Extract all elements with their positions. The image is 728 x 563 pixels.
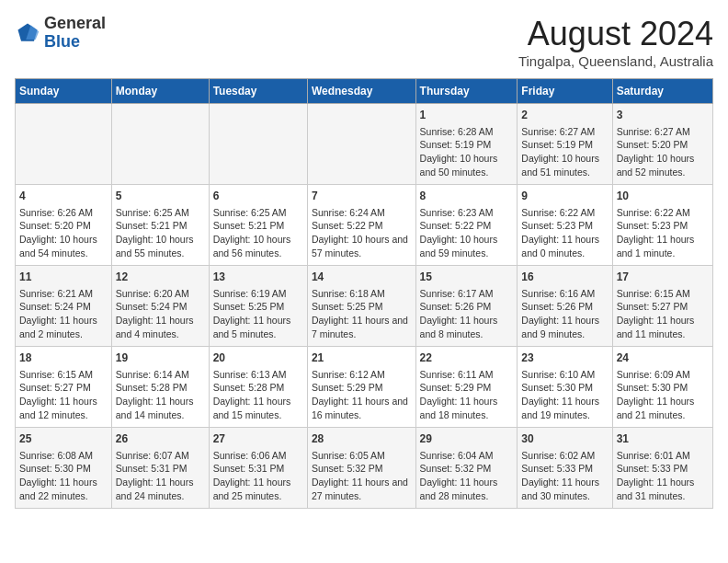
calendar-cell: 19Sunrise: 6:14 AM Sunset: 5:28 PM Dayli… xyxy=(111,347,209,428)
calendar-cell: 21Sunrise: 6:12 AM Sunset: 5:29 PM Dayli… xyxy=(307,347,415,428)
calendar-cell: 20Sunrise: 6:13 AM Sunset: 5:28 PM Dayli… xyxy=(209,347,307,428)
calendar-cell: 31Sunrise: 6:01 AM Sunset: 5:33 PM Dayli… xyxy=(612,428,712,509)
day-info: Sunrise: 6:27 AM Sunset: 5:20 PM Dayligh… xyxy=(617,125,709,179)
calendar-cell: 2Sunrise: 6:27 AM Sunset: 5:19 PM Daylig… xyxy=(518,104,612,185)
calendar-cell: 17Sunrise: 6:15 AM Sunset: 5:27 PM Dayli… xyxy=(612,266,712,347)
day-number: 5 xyxy=(116,189,205,204)
day-info: Sunrise: 6:13 AM Sunset: 5:28 PM Dayligh… xyxy=(213,368,303,422)
logo-blue-text: Blue xyxy=(44,32,80,51)
calendar-cell: 29Sunrise: 6:04 AM Sunset: 5:32 PM Dayli… xyxy=(415,428,518,509)
day-info: Sunrise: 6:09 AM Sunset: 5:30 PM Dayligh… xyxy=(617,368,709,422)
day-number: 12 xyxy=(116,270,205,285)
day-number: 16 xyxy=(521,270,608,285)
calendar-cell: 9Sunrise: 6:22 AM Sunset: 5:23 PM Daylig… xyxy=(518,185,612,266)
title-block: August 2024 Tingalpa, Queensland, Austra… xyxy=(518,15,713,69)
day-number: 9 xyxy=(521,189,608,204)
calendar-cell: 22Sunrise: 6:11 AM Sunset: 5:29 PM Dayli… xyxy=(415,347,518,428)
day-number: 7 xyxy=(312,189,412,204)
calendar-cell xyxy=(111,104,209,185)
calendar-cell: 24Sunrise: 6:09 AM Sunset: 5:30 PM Dayli… xyxy=(612,347,712,428)
calendar-cell: 13Sunrise: 6:19 AM Sunset: 5:25 PM Dayli… xyxy=(209,266,307,347)
calendar-row: 25Sunrise: 6:08 AM Sunset: 5:30 PM Dayli… xyxy=(16,428,713,509)
header-row: SundayMondayTuesdayWednesdayThursdayFrid… xyxy=(16,79,713,104)
day-info: Sunrise: 6:28 AM Sunset: 5:19 PM Dayligh… xyxy=(420,125,514,179)
calendar-cell: 4Sunrise: 6:26 AM Sunset: 5:20 PM Daylig… xyxy=(16,185,112,266)
day-info: Sunrise: 6:21 AM Sunset: 5:24 PM Dayligh… xyxy=(19,287,108,341)
day-info: Sunrise: 6:06 AM Sunset: 5:31 PM Dayligh… xyxy=(213,449,303,503)
day-info: Sunrise: 6:15 AM Sunset: 5:27 PM Dayligh… xyxy=(617,287,709,341)
day-number: 30 xyxy=(521,431,608,447)
day-info: Sunrise: 6:15 AM Sunset: 5:27 PM Dayligh… xyxy=(19,368,108,422)
day-number: 11 xyxy=(19,270,108,285)
weekday-header: Tuesday xyxy=(209,79,307,104)
day-number: 1 xyxy=(420,108,514,123)
day-number: 20 xyxy=(213,350,303,366)
calendar-cell: 1Sunrise: 6:28 AM Sunset: 5:19 PM Daylig… xyxy=(415,104,518,185)
day-info: Sunrise: 6:24 AM Sunset: 5:22 PM Dayligh… xyxy=(312,206,412,260)
day-info: Sunrise: 6:12 AM Sunset: 5:29 PM Dayligh… xyxy=(312,368,412,422)
day-info: Sunrise: 6:08 AM Sunset: 5:30 PM Dayligh… xyxy=(19,449,108,503)
calendar-cell: 27Sunrise: 6:06 AM Sunset: 5:31 PM Dayli… xyxy=(209,428,307,509)
weekday-header: Monday xyxy=(111,79,209,104)
calendar-cell: 12Sunrise: 6:20 AM Sunset: 5:24 PM Dayli… xyxy=(111,266,209,347)
weekday-header: Friday xyxy=(518,79,612,104)
calendar-row: 4Sunrise: 6:26 AM Sunset: 5:20 PM Daylig… xyxy=(16,185,713,266)
day-info: Sunrise: 6:18 AM Sunset: 5:25 PM Dayligh… xyxy=(312,287,412,341)
day-info: Sunrise: 6:10 AM Sunset: 5:30 PM Dayligh… xyxy=(521,368,608,422)
day-info: Sunrise: 6:14 AM Sunset: 5:28 PM Dayligh… xyxy=(116,368,205,422)
day-info: Sunrise: 6:01 AM Sunset: 5:33 PM Dayligh… xyxy=(617,449,709,503)
day-number: 27 xyxy=(213,431,303,447)
page-header: General Blue August 2024 Tingalpa, Queen… xyxy=(15,15,713,69)
calendar-cell: 16Sunrise: 6:16 AM Sunset: 5:26 PM Dayli… xyxy=(518,266,612,347)
day-info: Sunrise: 6:17 AM Sunset: 5:26 PM Dayligh… xyxy=(420,287,514,341)
day-number: 2 xyxy=(521,108,608,123)
day-number: 10 xyxy=(617,189,709,204)
weekday-header: Sunday xyxy=(16,79,112,104)
calendar-cell: 10Sunrise: 6:22 AM Sunset: 5:23 PM Dayli… xyxy=(612,185,712,266)
calendar-row: 11Sunrise: 6:21 AM Sunset: 5:24 PM Dayli… xyxy=(16,266,713,347)
day-number: 29 xyxy=(420,431,514,447)
calendar-cell: 5Sunrise: 6:25 AM Sunset: 5:21 PM Daylig… xyxy=(111,185,209,266)
day-info: Sunrise: 6:22 AM Sunset: 5:23 PM Dayligh… xyxy=(521,206,608,260)
weekday-header: Saturday xyxy=(612,79,712,104)
day-info: Sunrise: 6:16 AM Sunset: 5:26 PM Dayligh… xyxy=(521,287,608,341)
calendar-cell: 14Sunrise: 6:18 AM Sunset: 5:25 PM Dayli… xyxy=(307,266,415,347)
day-info: Sunrise: 6:22 AM Sunset: 5:23 PM Dayligh… xyxy=(617,206,709,260)
day-number: 23 xyxy=(521,350,608,366)
weekday-header: Wednesday xyxy=(307,79,415,104)
day-number: 18 xyxy=(19,350,108,366)
day-number: 26 xyxy=(116,431,205,447)
calendar-cell: 7Sunrise: 6:24 AM Sunset: 5:22 PM Daylig… xyxy=(307,185,415,266)
calendar-body: 1Sunrise: 6:28 AM Sunset: 5:19 PM Daylig… xyxy=(16,104,713,509)
day-info: Sunrise: 6:05 AM Sunset: 5:32 PM Dayligh… xyxy=(312,449,412,503)
day-info: Sunrise: 6:25 AM Sunset: 5:21 PM Dayligh… xyxy=(213,206,303,260)
day-info: Sunrise: 6:23 AM Sunset: 5:22 PM Dayligh… xyxy=(420,206,514,260)
calendar-header: SundayMondayTuesdayWednesdayThursdayFrid… xyxy=(16,79,713,104)
logo: General Blue xyxy=(15,15,106,52)
logo-general-text: General xyxy=(44,14,106,32)
calendar-cell: 26Sunrise: 6:07 AM Sunset: 5:31 PM Dayli… xyxy=(111,428,209,509)
calendar-cell: 25Sunrise: 6:08 AM Sunset: 5:30 PM Dayli… xyxy=(16,428,112,509)
day-info: Sunrise: 6:19 AM Sunset: 5:25 PM Dayligh… xyxy=(213,287,303,341)
calendar-cell: 8Sunrise: 6:23 AM Sunset: 5:22 PM Daylig… xyxy=(415,185,518,266)
day-number: 28 xyxy=(312,431,412,447)
day-number: 17 xyxy=(617,270,709,285)
day-number: 3 xyxy=(617,108,709,123)
calendar-table: SundayMondayTuesdayWednesdayThursdayFrid… xyxy=(15,78,713,509)
calendar-row: 18Sunrise: 6:15 AM Sunset: 5:27 PM Dayli… xyxy=(16,347,713,428)
day-info: Sunrise: 6:20 AM Sunset: 5:24 PM Dayligh… xyxy=(116,287,205,341)
day-number: 4 xyxy=(19,189,108,204)
day-info: Sunrise: 6:02 AM Sunset: 5:33 PM Dayligh… xyxy=(521,449,608,503)
day-number: 22 xyxy=(420,350,514,366)
calendar-cell xyxy=(209,104,307,185)
day-number: 21 xyxy=(312,350,412,366)
calendar-cell: 30Sunrise: 6:02 AM Sunset: 5:33 PM Dayli… xyxy=(518,428,612,509)
calendar-cell xyxy=(16,104,112,185)
day-number: 24 xyxy=(617,350,709,366)
day-info: Sunrise: 6:27 AM Sunset: 5:19 PM Dayligh… xyxy=(521,125,608,179)
logo-icon xyxy=(15,20,40,46)
day-info: Sunrise: 6:04 AM Sunset: 5:32 PM Dayligh… xyxy=(420,449,514,503)
day-info: Sunrise: 6:25 AM Sunset: 5:21 PM Dayligh… xyxy=(116,206,205,260)
calendar-cell: 6Sunrise: 6:25 AM Sunset: 5:21 PM Daylig… xyxy=(209,185,307,266)
weekday-header: Thursday xyxy=(415,79,518,104)
